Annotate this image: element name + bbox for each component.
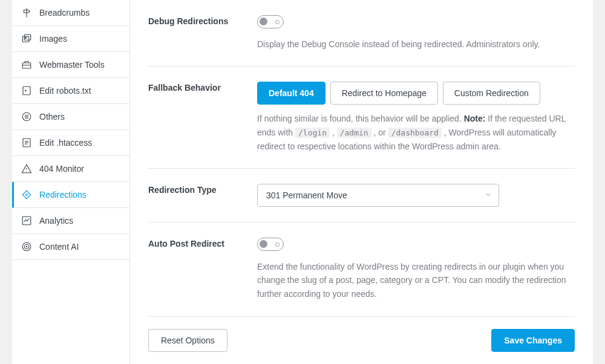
signpost-icon	[21, 7, 32, 18]
debug-toggle[interactable]	[257, 15, 284, 28]
redirection-type-select[interactable]: 301 Permanent Move	[257, 184, 499, 207]
alert-triangle-icon	[21, 163, 32, 174]
sidebar-item-label: Images	[39, 34, 67, 44]
svg-point-10	[22, 242, 31, 251]
setting-label: Debug Redirections	[148, 15, 257, 51]
sidebar-item-images[interactable]: Images	[12, 26, 129, 52]
setting-debug-redirections: Debug Redirections Display the Debug Con…	[148, 0, 575, 67]
auto-post-toggle[interactable]	[257, 238, 284, 251]
sidebar-item-label: Edit .htaccess	[39, 138, 92, 148]
setting-label: Auto Post Redirect	[148, 238, 257, 301]
setting-label: Redirection Type	[148, 184, 257, 207]
sidebar-item-404monitor[interactable]: 404 Monitor	[12, 156, 129, 182]
fallback-default404-button[interactable]: Default 404	[257, 82, 325, 105]
setting-description: Display the Debug Console instead of bei…	[257, 37, 575, 51]
svg-point-8	[26, 194, 28, 196]
setting-label: Fallback Behavior	[148, 82, 257, 153]
toolbox-icon	[21, 59, 32, 70]
reset-options-button[interactable]: Reset Options	[148, 329, 227, 352]
save-changes-button[interactable]: Save Changes	[491, 329, 575, 352]
sidebar-item-label: Webmaster Tools	[39, 60, 105, 70]
sidebar-item-contentai[interactable]: Content AI	[12, 234, 129, 260]
sidebar-item-label: Content AI	[39, 242, 79, 252]
setting-auto-post-redirect: Auto Post Redirect Extend the functional…	[148, 223, 575, 316]
sidebar-item-analytics[interactable]: Analytics	[12, 208, 129, 234]
fallback-custom-button[interactable]: Custom Redirection	[443, 82, 540, 105]
code-login: /login	[295, 128, 330, 138]
setting-description: Extend the functionality of WordPress by…	[257, 260, 575, 301]
svg-point-2	[25, 37, 26, 38]
sidebar-item-htaccess[interactable]: Edit .htaccess	[12, 130, 129, 156]
sidebar-item-label: Edit robots.txt	[39, 86, 91, 96]
svg-point-5	[25, 90, 27, 91]
main-content: Debug Redirections Display the Debug Con…	[130, 0, 593, 364]
file-icon	[21, 85, 32, 96]
sidebar-item-label: Breadcrumbs	[39, 8, 90, 18]
footer-actions: Reset Options Save Changes	[148, 316, 575, 364]
sidebar-item-breadcrumbs[interactable]: Breadcrumbs	[12, 0, 129, 26]
sidebar-item-label: Others	[39, 112, 65, 122]
svg-point-12	[26, 246, 27, 247]
sidebar-item-label: Redirections	[39, 190, 87, 200]
fallback-redirect-home-button[interactable]: Redirect to Homepage	[330, 82, 438, 105]
setting-redirection-type: Redirection Type 301 Permanent Move	[148, 169, 575, 223]
fallback-radio-group: Default 404 Redirect to Homepage Custom …	[257, 82, 575, 105]
code-admin: /admin	[337, 128, 371, 138]
images-icon	[21, 33, 32, 44]
diamond-icon	[21, 189, 32, 200]
sidebar-item-label: 404 Monitor	[39, 164, 84, 174]
code-dashboard: /dashboard	[388, 128, 442, 138]
sidebar-item-redirections[interactable]: Redirections	[12, 182, 129, 208]
setting-fallback-behavior: Fallback Behavior Default 404 Redirect t…	[148, 67, 575, 169]
svg-rect-4	[23, 86, 30, 95]
target-icon	[21, 241, 32, 252]
sidebar-item-robots[interactable]: Edit robots.txt	[12, 78, 129, 104]
sidebar-item-webmaster[interactable]: Webmaster Tools	[12, 52, 129, 78]
setting-description: If nothing similar is found, this behavi…	[257, 112, 575, 153]
sidebar-item-label: Analytics	[39, 216, 73, 226]
file-text-icon	[21, 137, 32, 148]
sidebar: Breadcrumbs Images Webmaster Tools Edit …	[12, 0, 130, 364]
chart-line-icon	[21, 215, 32, 226]
list-icon	[21, 111, 32, 122]
sidebar-item-others[interactable]: Others	[12, 104, 129, 130]
svg-rect-3	[22, 63, 31, 68]
svg-point-11	[24, 244, 29, 249]
